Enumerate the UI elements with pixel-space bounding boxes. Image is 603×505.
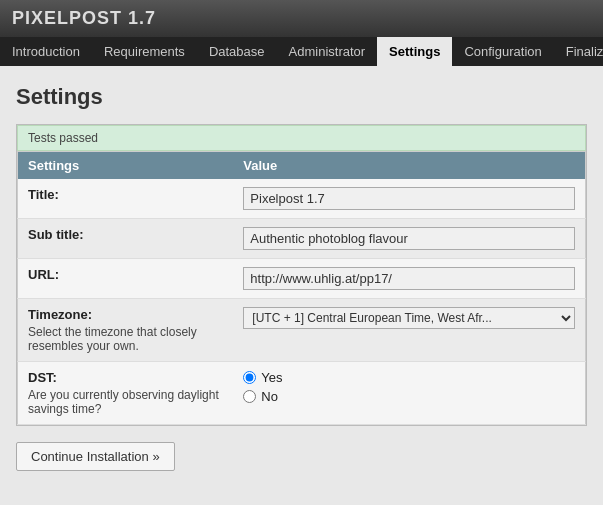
input-title[interactable] [243, 187, 575, 210]
settings-label-url: URL: [18, 259, 234, 299]
nav-item-introduction[interactable]: Introduction [0, 37, 92, 66]
settings-label-timezone: Timezone:Select the timezone that closel… [18, 299, 234, 362]
nav-item-configuration[interactable]: Configuration [452, 37, 553, 66]
table-header-row: Settings Value [18, 152, 586, 180]
col-value-header: Value [233, 152, 585, 180]
radio-no[interactable] [243, 390, 256, 403]
radio-group-dst: YesNo [243, 370, 575, 404]
settings-label-title: Title: [18, 179, 234, 219]
input-url[interactable] [243, 267, 575, 290]
settings-value-subtitle [233, 219, 585, 259]
main-content: Settings Tests passed Settings Value Tit… [0, 66, 603, 505]
nav-item-settings[interactable]: Settings [377, 37, 452, 66]
col-settings-header: Settings [18, 152, 234, 180]
settings-value-title [233, 179, 585, 219]
radio-label-no[interactable]: No [243, 389, 575, 404]
nav-item-database[interactable]: Database [197, 37, 277, 66]
select-timezone[interactable]: [UTC + 1] Central European Time, West Af… [243, 307, 575, 329]
input-subtitle[interactable] [243, 227, 575, 250]
nav-item-finalize[interactable]: Finalize [554, 37, 603, 66]
settings-wrapper: Tests passed Settings Value Title:Sub ti… [16, 124, 587, 426]
settings-table: Settings Value Title:Sub title:URL:Timez… [17, 151, 586, 425]
app-header: PIXELPOST 1.7 [0, 0, 603, 37]
page-title: Settings [16, 84, 587, 110]
table-row: Timezone:Select the timezone that closel… [18, 299, 586, 362]
settings-value-dst: YesNo [233, 362, 585, 425]
radio-label-yes[interactable]: Yes [243, 370, 575, 385]
settings-value-timezone: [UTC + 1] Central European Time, West Af… [233, 299, 585, 362]
tests-passed-banner: Tests passed [17, 125, 586, 151]
table-row: URL: [18, 259, 586, 299]
settings-label-subtitle: Sub title: [18, 219, 234, 259]
nav-bar: IntroductionRequirementsDatabaseAdminist… [0, 37, 603, 66]
app-title: PIXELPOST 1.7 [12, 8, 156, 28]
settings-value-url [233, 259, 585, 299]
table-row: DST:Are you currently observing daylight… [18, 362, 586, 425]
settings-label-dst: DST:Are you currently observing daylight… [18, 362, 234, 425]
radio-yes[interactable] [243, 371, 256, 384]
table-row: Sub title: [18, 219, 586, 259]
continue-button[interactable]: Continue Installation » [16, 442, 175, 471]
tests-passed-label: Tests passed [28, 131, 98, 145]
nav-item-administrator[interactable]: Administrator [277, 37, 378, 66]
nav-item-requirements[interactable]: Requirements [92, 37, 197, 66]
table-row: Title: [18, 179, 586, 219]
